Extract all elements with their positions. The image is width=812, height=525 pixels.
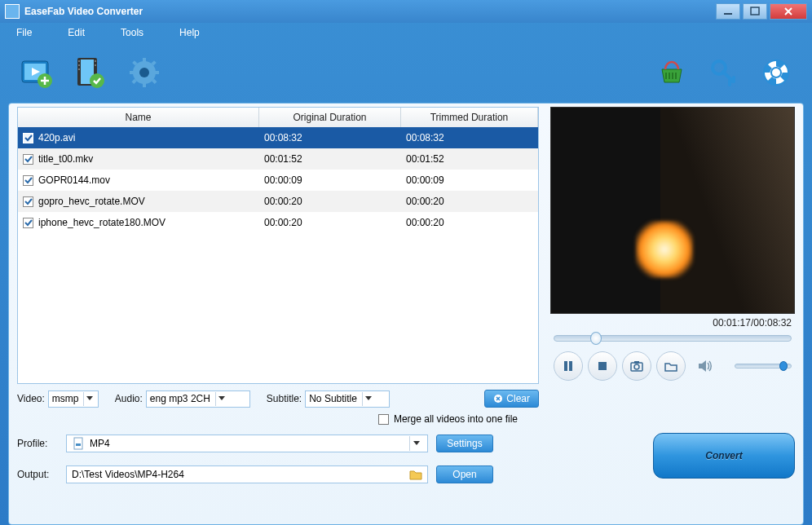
preview-pane: 00:01:17/00:08:32 <box>550 107 795 384</box>
menubar: File Edit Tools Help <box>0 23 812 42</box>
row-trimmed-duration: 00:08:32 <box>406 132 444 143</box>
svg-rect-19 <box>154 71 159 74</box>
table-row[interactable]: 420p.avi00:08:3200:08:32 <box>18 127 538 148</box>
titlebar: EaseFab Video Converter <box>0 0 812 23</box>
table-row[interactable]: gopro_hevc_rotate.MOV00:00:2000:00:20 <box>18 191 538 212</box>
video-stream-value: msmpe <box>52 393 79 404</box>
svg-point-31 <box>634 364 639 369</box>
row-original-duration: 00:01:52 <box>264 153 302 165</box>
preview-video[interactable] <box>550 107 795 314</box>
svg-rect-1 <box>751 7 759 15</box>
row-checkbox[interactable] <box>23 175 33 186</box>
profile-value: MP4 <box>90 438 110 449</box>
row-trimmed-duration: 00:00:20 <box>406 217 444 228</box>
col-header-name[interactable]: Name <box>18 108 259 127</box>
main-panel: Name Original Duration Trimmed Duration … <box>8 103 804 525</box>
settings-button[interactable]: Settings <box>436 435 493 452</box>
close-button[interactable] <box>770 3 807 20</box>
pause-button[interactable] <box>554 351 583 381</box>
subtitle-stream-dropdown[interactable]: No Subtitle <box>305 390 390 408</box>
svg-marker-35 <box>365 396 372 400</box>
add-video-icon[interactable] <box>20 55 54 90</box>
merge-checkbox[interactable] <box>378 414 389 425</box>
table-row[interactable]: iphone_hevc_rotate180.MOV00:00:2000:00:2… <box>18 212 538 233</box>
svg-rect-28 <box>569 361 572 371</box>
svg-point-15 <box>139 68 149 77</box>
profile-label: Profile: <box>17 438 66 449</box>
chevron-down-icon <box>83 392 94 406</box>
menu-help[interactable]: Help <box>179 27 200 38</box>
row-filename: gopro_hevc_rotate.MOV <box>38 196 145 207</box>
svg-rect-18 <box>130 71 135 74</box>
table-row[interactable]: title_t00.mkv00:01:5200:01:52 <box>18 148 538 170</box>
audio-stream-label: Audio: <box>115 393 143 404</box>
key-icon[interactable] <box>708 56 740 89</box>
audio-stream-dropdown[interactable]: eng mp3 2CH <box>146 390 250 408</box>
menu-edit[interactable]: Edit <box>68 27 85 38</box>
toolbar <box>0 42 812 103</box>
chevron-down-icon <box>362 392 375 406</box>
subtitle-stream-label: Subtitle: <box>267 393 302 404</box>
svg-rect-10 <box>78 68 80 70</box>
svg-point-26 <box>771 68 781 77</box>
add-clip-icon[interactable] <box>73 55 108 90</box>
row-filename: iphone_hevc_rotate180.MOV <box>38 217 165 228</box>
stop-button[interactable] <box>588 351 617 381</box>
settings-gear-icon[interactable] <box>127 55 161 90</box>
menu-tools[interactable]: Tools <box>121 27 143 38</box>
video-stream-label: Video: <box>17 393 45 404</box>
settings-button-label: Settings <box>447 438 482 449</box>
video-stream-dropdown[interactable]: msmpe <box>48 390 99 408</box>
preview-seek-slider[interactable] <box>554 335 792 342</box>
row-original-duration: 00:08:32 <box>264 132 302 143</box>
svg-rect-12 <box>95 64 96 66</box>
snapshot-button[interactable] <box>622 351 651 381</box>
svg-rect-16 <box>143 58 146 63</box>
open-button[interactable]: Open <box>436 465 493 483</box>
svg-rect-38 <box>76 443 81 446</box>
menu-file[interactable]: File <box>16 27 32 38</box>
help-ring-icon[interactable] <box>760 56 792 89</box>
svg-rect-27 <box>564 361 567 371</box>
col-header-trimmed-duration[interactable]: Trimmed Duration <box>401 108 538 127</box>
chevron-down-icon <box>215 392 228 406</box>
seek-thumb[interactable] <box>590 332 602 345</box>
output-path-field[interactable]: D:\Test Videos\MP4-H264 <box>66 465 428 483</box>
row-checkbox[interactable] <box>23 218 33 228</box>
profile-row: Profile: MP4 Settings <box>17 431 629 456</box>
open-button-label: Open <box>452 469 476 480</box>
minimize-button[interactable] <box>716 3 740 20</box>
convert-button[interactable]: Convert <box>653 433 795 479</box>
audio-stream-value: eng mp3 2CH <box>150 393 210 404</box>
table-body: 420p.avi00:08:3200:08:32title_t00.mkv00:… <box>18 127 538 383</box>
row-filename: 420p.avi <box>38 132 75 143</box>
svg-rect-0 <box>724 13 732 15</box>
file-list-table: Name Original Duration Trimmed Duration … <box>17 107 539 384</box>
chevron-down-icon <box>409 436 422 451</box>
row-checkbox[interactable] <box>23 133 33 143</box>
open-folder-button[interactable] <box>656 351 686 381</box>
col-header-original-duration[interactable]: Original Duration <box>259 108 401 127</box>
basket-icon[interactable] <box>655 56 688 89</box>
volume-icon[interactable] <box>691 351 720 381</box>
subtitle-stream-value: No Subtitle <box>309 393 357 404</box>
clear-button[interactable]: Clear <box>484 390 539 408</box>
profile-dropdown[interactable]: MP4 <box>66 435 428 452</box>
volume-slider[interactable] <box>735 364 792 368</box>
table-row[interactable]: GOPR0144.mov00:00:0900:00:09 <box>18 170 538 191</box>
svg-rect-32 <box>634 361 639 364</box>
row-checkbox[interactable] <box>23 196 33 207</box>
svg-marker-33 <box>86 396 93 400</box>
file-icon <box>72 437 85 450</box>
svg-rect-29 <box>598 362 607 370</box>
row-original-duration: 00:00:20 <box>264 217 302 228</box>
svg-marker-39 <box>413 441 420 445</box>
svg-marker-34 <box>218 396 225 400</box>
output-label: Output: <box>17 469 66 480</box>
maximize-button[interactable] <box>743 3 767 20</box>
table-header: Name Original Duration Trimmed Duration <box>18 108 538 127</box>
volume-thumb[interactable] <box>779 361 788 371</box>
row-original-duration: 00:00:09 <box>264 174 302 186</box>
row-checkbox[interactable] <box>23 154 33 165</box>
output-path-value: D:\Test Videos\MP4-H264 <box>72 469 184 480</box>
